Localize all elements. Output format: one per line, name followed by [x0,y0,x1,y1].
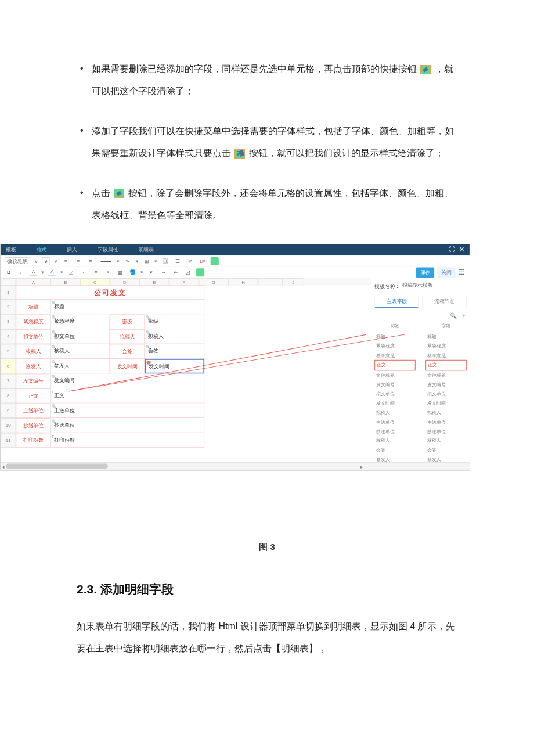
field-item[interactable]: 紧急程度 [425,341,466,351]
eraser-all-button[interactable] [196,268,204,276]
row-number[interactable]: 1 [1,286,16,300]
clear-style-button[interactable] [210,257,218,265]
label-cell[interactable]: 会签 [110,344,145,359]
fill-icon[interactable]: ▦ [116,268,124,276]
label-cell[interactable]: 发文编号 [16,374,50,389]
field-item[interactable]: 主送单位 [374,417,415,427]
field-item[interactable]: 拟文单位 [425,390,466,399]
label-cell[interactable]: 发文时间 [110,359,145,374]
align-center-icon[interactable]: ≡ [74,257,82,265]
font-color-icon[interactable]: A [48,268,56,276]
value-cell[interactable]: 🔍拟稿人 [145,329,204,344]
label-cell[interactable]: 抄送单位 [16,418,50,433]
brush-icon[interactable]: ✐ [186,257,194,265]
value-cell[interactable]: T正文 [50,388,204,404]
pencil-icon[interactable]: ✎ [124,257,132,265]
close-button[interactable]: 关闭 [437,267,456,278]
expand-icon[interactable]: ⛶ [449,245,456,255]
scrollbar-thumb[interactable] [6,464,108,469]
bold-icon[interactable]: B [5,268,13,276]
eraser-cell-icon[interactable]: ◿ [184,268,192,276]
list-icon[interactable]: ☰ [174,257,182,265]
close-icon[interactable]: ✕ [459,245,464,255]
shrink-icon[interactable]: ⇤ [172,268,180,276]
col-header[interactable]: G [199,278,228,285]
col-header[interactable]: H [229,278,258,285]
spreadsheet[interactable]: A B C D E F G H I J 1 公司发文 2标题🔍标题3紧急程度🔍紧… [1,278,371,462]
font-size-select[interactable]: 9 [42,257,50,265]
underline-icon[interactable]: A [29,268,37,276]
horizontal-scrollbar[interactable]: ◂ ▸ [1,462,470,470]
field-item[interactable]: 发文时间 [425,399,466,408]
valign-top-icon[interactable]: ⫠ [80,268,88,276]
col-header[interactable]: D [110,278,139,285]
value-cell[interactable]: 🔍主送单位 [50,404,204,419]
add-icon[interactable]: ＋ [461,312,467,321]
row-number[interactable]: 3 [1,315,16,330]
row-number[interactable]: 2 [1,300,16,315]
title-cell[interactable]: 公司发文 [16,286,204,300]
label-cell[interactable]: 签发人 [16,359,50,374]
row-number[interactable]: 4 [1,329,16,344]
label-cell[interactable]: 拟稿人 [110,329,145,344]
filter-icon[interactable]: ▾ [147,268,156,276]
field-item[interactable]: 会签 [374,446,415,455]
field-item[interactable]: 正文 [425,360,466,370]
save-button[interactable]: 保存 [416,267,434,278]
field-item[interactable]: 抄送单位 [425,427,466,436]
border-icon[interactable]: ⊞ [142,257,150,265]
row-number[interactable]: 8 [1,388,16,404]
col-header[interactable]: F [169,278,199,285]
field-item[interactable]: 抄送单位 [374,427,415,436]
expand-h-icon[interactable]: ↔ [160,268,168,276]
row-number[interactable]: 5 [1,344,16,359]
row-number[interactable]: 9 [1,404,16,419]
field-item[interactable]: 标题 [374,332,415,341]
label-cell[interactable]: 正文 [16,388,50,404]
label-cell[interactable]: 拟文单位 [16,329,50,344]
field-item[interactable]: 发文编号 [374,380,415,389]
row-number[interactable]: 11 [1,433,16,448]
col-header[interactable]: E [139,278,169,285]
label-cell[interactable]: 密级 [110,315,145,330]
field-item[interactable]: 拟文单位 [374,390,415,399]
field-item[interactable]: 签发人 [425,455,466,462]
one-hash-icon[interactable]: 1# [198,257,206,265]
label-cell[interactable]: 打印份数 [16,433,50,448]
merge-icon[interactable]: ⿴ [161,257,169,265]
value-cell[interactable]: 🔍核稿人 [50,344,110,359]
value-cell[interactable]: 🔍紧急程度 [50,315,110,330]
eraser-small-icon[interactable]: ◿ [67,268,75,276]
menu-detail[interactable]: 明细表 [139,246,154,254]
row-number[interactable]: 7 [1,374,16,389]
fill-color-icon[interactable]: 🪣 [128,268,136,276]
row-number[interactable]: 6 [1,359,16,374]
value-cell[interactable]: 🔍拟文单位 [50,329,110,344]
value-cell[interactable]: 🔍会签 [145,344,204,359]
field-item[interactable]: 文件标题 [425,370,466,380]
valign-bot-icon[interactable]: ⫡ [104,268,112,276]
field-item[interactable]: 发文编号 [425,380,466,389]
field-item[interactable]: 签字意见 [374,351,415,360]
menu-field-props[interactable]: 字段属性 [98,246,118,254]
value-cell[interactable]: 🔍抄送单位 [50,418,204,433]
field-item[interactable]: 紧急程度 [374,341,415,351]
col-header[interactable]: B [50,278,80,285]
value-cell[interactable]: 🔍签发人 [50,359,110,374]
value-cell[interactable]: 🔍标题 [50,300,204,315]
tab-main-fields[interactable]: 主表字段 [374,296,419,308]
menu-format[interactable]: 格式 [37,246,47,254]
col-header[interactable]: I [258,278,283,285]
col-header[interactable]: C [80,278,110,285]
col-header[interactable]: J [283,278,304,285]
menu-insert[interactable]: 插入 [67,246,77,254]
label-cell[interactable]: 紧急程度 [16,315,50,330]
field-item[interactable]: 文件标题 [374,370,415,380]
italic-icon[interactable]: I [17,268,25,276]
field-item[interactable]: 核稿人 [374,436,415,445]
row-number[interactable]: 10 [1,418,16,433]
value-cell[interactable]: T打印份数 [50,433,204,448]
value-cell[interactable]: 🔍密级 [145,315,204,330]
field-item[interactable]: 会签 [425,446,466,455]
field-item[interactable]: 标题 [425,332,466,341]
